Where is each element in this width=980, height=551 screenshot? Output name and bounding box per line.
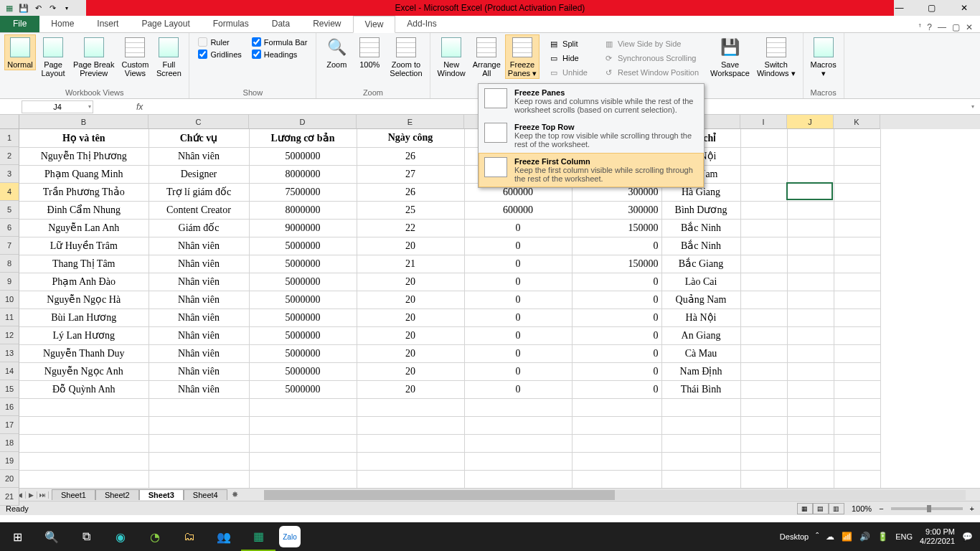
row-header-12[interactable]: 12 xyxy=(0,326,19,344)
edge-icon[interactable]: ◉ xyxy=(103,522,138,551)
freeze-first-column-item[interactable]: Freeze First ColumnKeep the first column… xyxy=(479,153,704,187)
help-icon[interactable]: ? xyxy=(927,22,932,32)
row-header-17[interactable]: 17 xyxy=(0,416,19,434)
macros-button[interactable]: Macros ▾ xyxy=(808,34,839,79)
cell[interactable] xyxy=(19,416,149,434)
cell[interactable] xyxy=(249,434,357,452)
freeze-panes-item[interactable]: Freeze PanesKeep rows and columns visibl… xyxy=(479,84,704,118)
cell[interactable] xyxy=(572,434,661,452)
header-cell[interactable] xyxy=(787,129,834,147)
row-header-21[interactable]: 21 xyxy=(0,488,19,506)
cell[interactable]: 5000000 xyxy=(249,291,357,309)
cell[interactable]: Nguyễn Lan Anh xyxy=(19,219,149,237)
cell[interactable] xyxy=(787,183,834,201)
cell[interactable] xyxy=(740,183,787,201)
row-header-7[interactable]: 7 xyxy=(0,237,19,255)
minimize-button[interactable]: — xyxy=(883,0,915,16)
cell[interactable]: 0 xyxy=(572,237,661,255)
row-header-13[interactable]: 13 xyxy=(0,344,19,362)
cell[interactable] xyxy=(787,380,834,398)
cell[interactable]: Trần Phương Thảo xyxy=(19,183,149,201)
cell[interactable] xyxy=(740,309,787,326)
cell[interactable]: 0 xyxy=(572,291,661,309)
cell[interactable]: Thái Bình xyxy=(661,380,740,398)
cell[interactable]: 9000000 xyxy=(249,219,357,237)
cell[interactable]: Bắc Giang xyxy=(661,255,740,273)
undo-icon[interactable]: ↶ xyxy=(32,1,44,14)
header-cell[interactable]: Chức vụ xyxy=(149,129,249,147)
cell[interactable] xyxy=(834,237,880,255)
gridlines-checkbox[interactable]: Gridlines xyxy=(198,50,241,59)
cell[interactable] xyxy=(834,326,880,344)
close-button[interactable]: ✕ xyxy=(948,0,980,16)
cell[interactable]: 20 xyxy=(357,326,464,344)
cell[interactable]: Phạm Quang Minh xyxy=(19,165,149,183)
horizontal-scrollbar[interactable] xyxy=(264,490,966,500)
cell[interactable] xyxy=(572,470,661,488)
excel-taskbar-icon[interactable]: ▦ xyxy=(241,522,275,551)
zoom-100-button[interactable]: 100% xyxy=(354,34,385,70)
row-header-20[interactable]: 20 xyxy=(0,470,19,488)
tray-volume-icon[interactable]: 🔊 xyxy=(859,532,870,542)
zoom-button[interactable]: 🔍Zoom xyxy=(321,34,352,70)
start-button[interactable]: ⊞ xyxy=(0,522,34,551)
normal-view-icon[interactable]: ▦ xyxy=(797,503,813,514)
cell[interactable] xyxy=(740,470,787,488)
cell[interactable] xyxy=(357,452,464,470)
tab-home[interactable]: Home xyxy=(39,15,85,32)
formula-bar-checkbox[interactable]: Formula Bar xyxy=(252,37,308,47)
cell[interactable]: Nhân viên xyxy=(149,362,249,380)
row-header-18[interactable]: 18 xyxy=(0,434,19,452)
cell[interactable]: 0 xyxy=(464,344,572,362)
cell[interactable] xyxy=(787,309,834,326)
cell[interactable]: 5000000 xyxy=(249,237,357,255)
cell[interactable] xyxy=(19,470,149,488)
row-header-15[interactable]: 15 xyxy=(0,380,19,398)
cell[interactable]: Nhân viên xyxy=(149,309,249,326)
cell[interactable]: 7500000 xyxy=(249,183,357,201)
cell[interactable] xyxy=(834,309,880,326)
cell[interactable] xyxy=(464,434,572,452)
cell[interactable]: 150000 xyxy=(572,255,661,273)
zalo-icon[interactable]: Zalo xyxy=(279,526,301,547)
cell[interactable] xyxy=(19,398,149,416)
cell[interactable] xyxy=(834,165,880,183)
cell[interactable] xyxy=(661,434,740,452)
header-cell[interactable] xyxy=(834,129,880,147)
cell[interactable]: Nhân viên xyxy=(149,344,249,362)
cell[interactable]: Nam Định xyxy=(661,362,740,380)
cell[interactable]: Content Creator xyxy=(149,201,249,219)
doc-restore-icon[interactable]: ▢ xyxy=(952,22,960,32)
cell[interactable]: 5000000 xyxy=(249,380,357,398)
cell[interactable] xyxy=(787,344,834,362)
cell[interactable]: 5000000 xyxy=(249,147,357,165)
row-header-14[interactable]: 14 xyxy=(0,362,19,380)
fx-icon[interactable]: fx xyxy=(136,102,143,112)
headings-checkbox[interactable]: Headings xyxy=(252,50,308,59)
cell[interactable]: 20 xyxy=(357,344,464,362)
cell[interactable]: Nguyễn Ngọc Anh xyxy=(19,362,149,380)
freeze-top-row-item[interactable]: Freeze Top RowKeep the top row visible w… xyxy=(479,118,704,153)
cell[interactable] xyxy=(19,434,149,452)
cell[interactable]: 20 xyxy=(357,273,464,291)
zoom-out-icon[interactable]: − xyxy=(879,504,883,513)
cell[interactable]: 20 xyxy=(357,237,464,255)
tray-chevron-icon[interactable]: ˆ xyxy=(816,532,819,542)
header-cell[interactable]: Lương cơ bản xyxy=(249,129,357,147)
cell[interactable]: Nhân viên xyxy=(149,255,249,273)
cell[interactable]: Phạm Anh Đào xyxy=(19,273,149,291)
col-header-B[interactable]: B xyxy=(19,115,149,129)
cell[interactable] xyxy=(787,398,834,416)
hide-button[interactable]: ▭Hide xyxy=(545,52,590,65)
redo-icon[interactable]: ↷ xyxy=(46,1,59,14)
select-all-corner[interactable] xyxy=(0,115,19,129)
cell[interactable] xyxy=(787,326,834,344)
new-sheet-icon[interactable]: ✸ xyxy=(227,490,242,499)
cell[interactable] xyxy=(357,398,464,416)
task-view-icon[interactable]: ⧉ xyxy=(69,522,103,551)
full-screen-button[interactable]: Full Screen xyxy=(153,34,184,79)
cell[interactable]: Đỗ Quỳnh Anh xyxy=(19,380,149,398)
cell[interactable]: 0 xyxy=(464,309,572,326)
row-header-1[interactable]: 1 xyxy=(0,129,19,147)
col-header-D[interactable]: D xyxy=(249,115,357,129)
